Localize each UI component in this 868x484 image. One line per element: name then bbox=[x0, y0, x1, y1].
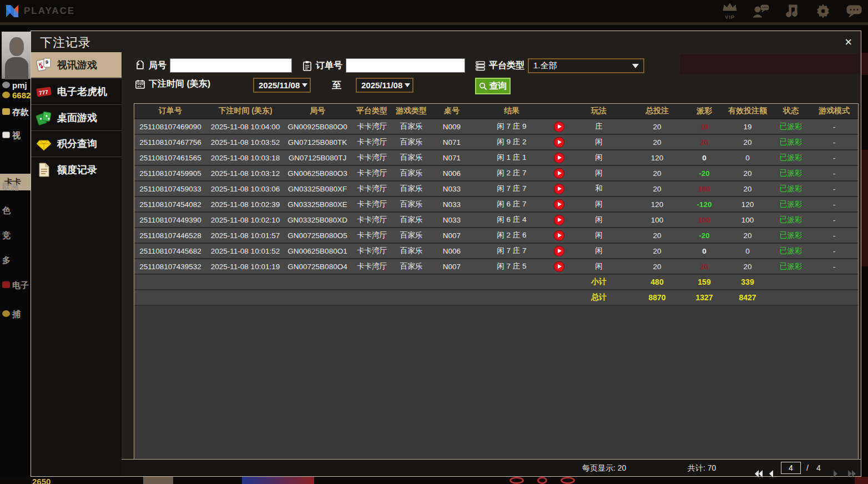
platform-list-icon bbox=[475, 60, 486, 71]
cell-valid-bet: 100 bbox=[724, 216, 771, 224]
background-fragment bbox=[143, 477, 173, 484]
menu-item-points[interactable]: 积分查询 bbox=[31, 130, 122, 156]
next-page-button[interactable] bbox=[833, 465, 838, 482]
table-row: 251108107445682 2025-11-08 10:01:52 GN00… bbox=[134, 244, 858, 259]
background-lobby-item: 电子 bbox=[2, 280, 31, 291]
search-icon bbox=[479, 82, 487, 90]
play-video-button[interactable] bbox=[554, 261, 564, 272]
cell-total-bet: 20 bbox=[629, 123, 685, 131]
vip-label: VIP bbox=[722, 14, 738, 20]
play-video-button[interactable] bbox=[554, 122, 564, 132]
total-bet: 8870 bbox=[629, 293, 685, 302]
col-header: 下注时间 (美东) bbox=[206, 106, 284, 116]
play-video-button[interactable] bbox=[554, 153, 564, 163]
search-button[interactable]: 查询 bbox=[475, 78, 511, 94]
play-video-button[interactable] bbox=[554, 215, 564, 225]
date-to-select[interactable]: 2025/11/08 bbox=[356, 78, 413, 93]
col-header: 结果 bbox=[474, 106, 549, 116]
date-from-select[interactable]: 2025/11/08 bbox=[253, 78, 311, 93]
cell-game-type: 百家乐 bbox=[393, 230, 430, 240]
play-video-button[interactable] bbox=[554, 230, 564, 241]
cell-bet-time: 2025-11-08 10:03:06 bbox=[206, 185, 284, 193]
background-fragment bbox=[855, 477, 868, 484]
settings-gear-icon[interactable] bbox=[814, 2, 832, 20]
platform-select-value: 1.全部 bbox=[533, 60, 557, 71]
table-games-icon bbox=[36, 109, 52, 126]
chevron-down-icon bbox=[632, 64, 639, 68]
cell-table-no: N033 bbox=[430, 216, 474, 224]
music-icon[interactable] bbox=[783, 2, 801, 20]
prev-page-button[interactable] bbox=[769, 465, 774, 482]
cell-platform: 卡卡湾厅 bbox=[351, 122, 393, 132]
cell-game-mode: - bbox=[810, 185, 858, 193]
svg-text:9: 9 bbox=[46, 59, 48, 65]
round-input[interactable] bbox=[170, 58, 292, 73]
cell-game-mode: - bbox=[810, 231, 858, 240]
bet-time-filter: 下注时间 (美东) bbox=[135, 78, 210, 90]
menu-item-slots[interactable]: 777 电子老虎机 bbox=[31, 78, 122, 104]
cell-order-id: 251108107454082 bbox=[134, 200, 206, 209]
background-lobby-item: 欧洲 bbox=[2, 182, 31, 192]
cell-total-bet: 20 bbox=[629, 231, 685, 240]
cell-play-type: 闲 bbox=[568, 199, 629, 209]
cell-game-mode: - bbox=[810, 154, 858, 162]
play-video-button[interactable] bbox=[554, 246, 564, 256]
cell-platform: 卡卡湾厅 bbox=[351, 184, 393, 194]
cell-order-id: 251108107459033 bbox=[134, 185, 206, 193]
cell-play-type: 闲 bbox=[568, 246, 629, 256]
cell-replay bbox=[549, 184, 568, 194]
cell-bet-time: 2025-11-08 10:01:57 bbox=[206, 231, 284, 240]
messages-icon[interactable] bbox=[845, 2, 864, 20]
col-header: 平台类型 bbox=[351, 106, 393, 116]
play-video-button[interactable] bbox=[554, 168, 564, 179]
coin-icon bbox=[2, 92, 10, 98]
cell-game-mode: - bbox=[810, 247, 858, 255]
last-page-button[interactable] bbox=[847, 465, 856, 482]
col-header: 状态 bbox=[771, 106, 810, 116]
date-from-value: 2025/11/08 bbox=[259, 80, 300, 90]
cell-game-mode: - bbox=[810, 169, 858, 178]
cell-game-type: 百家乐 bbox=[393, 215, 430, 225]
table-row: 251108107449390 2025-11-08 10:02:10 GN03… bbox=[134, 213, 858, 228]
dialog-title: 下注记录 bbox=[40, 34, 91, 51]
cell-total-bet: 20 bbox=[629, 247, 685, 255]
cell-platform: 卡卡湾厅 bbox=[351, 246, 393, 256]
total-label: 总计 bbox=[568, 293, 629, 302]
play-video-button[interactable] bbox=[554, 184, 564, 194]
menu-item-video-games[interactable]: K 9 视讯游戏 bbox=[31, 52, 122, 78]
cell-replay bbox=[549, 199, 568, 210]
cell-bet-time: 2025-11-08 10:03:52 bbox=[206, 138, 284, 147]
page-total: 4 bbox=[816, 460, 821, 477]
cell-platform: 卡卡湾厅 bbox=[351, 168, 393, 178]
col-header: 玩法 bbox=[568, 106, 629, 116]
cell-round-id: GN07125B080TJ bbox=[284, 154, 351, 162]
cell-round-id: GN00625B080O3 bbox=[284, 169, 351, 178]
cell-result: 闲 7 庄 5 bbox=[474, 261, 549, 271]
play-video-button[interactable] bbox=[554, 199, 564, 210]
menu-item-quota-records[interactable]: 额度记录 bbox=[31, 157, 122, 182]
table-row: 251108107459905 2025-11-08 10:03:12 GN00… bbox=[134, 166, 858, 182]
cell-game-mode: - bbox=[810, 138, 858, 147]
cell-valid-bet: 0 bbox=[724, 247, 771, 255]
cell-game-type: 百家乐 bbox=[393, 153, 430, 163]
top-bar: PLAYACE VIP bbox=[0, 0, 868, 22]
cell-order-id: 251108107445682 bbox=[134, 247, 206, 255]
page-number-input[interactable] bbox=[781, 462, 801, 474]
close-icon[interactable]: × bbox=[845, 34, 852, 50]
cell-status: 已派彩 bbox=[771, 168, 810, 178]
agent-chat-icon[interactable] bbox=[751, 2, 770, 20]
menu-item-table-games[interactable]: 桌面游戏 bbox=[31, 104, 122, 130]
cell-round-id: GN03325B080XD bbox=[284, 216, 351, 224]
play-video-button[interactable] bbox=[554, 137, 564, 148]
cell-round-id: GN00725B080O4 bbox=[284, 263, 351, 271]
screen: PLAYACE VIP bbox=[0, 0, 868, 484]
first-page-button[interactable] bbox=[754, 465, 763, 482]
cell-valid-bet: 20 bbox=[724, 263, 771, 271]
vip-crown-icon[interactable]: VIP bbox=[720, 2, 739, 20]
order-input[interactable] bbox=[346, 58, 465, 73]
document-icon bbox=[36, 162, 52, 178]
col-header: 游戏类型 bbox=[393, 106, 430, 116]
cell-game-type: 百家乐 bbox=[393, 137, 430, 147]
platform-select[interactable]: 1.全部 bbox=[528, 58, 644, 73]
slots-icon bbox=[2, 281, 10, 288]
